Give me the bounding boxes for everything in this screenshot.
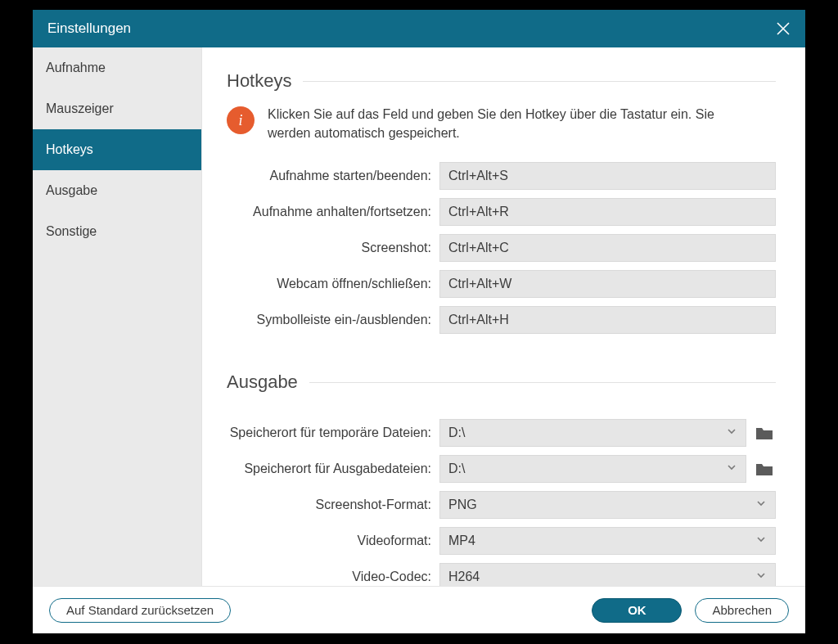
output-path-select[interactable]: D:\ — [439, 455, 746, 483]
section-title: Hotkeys — [227, 70, 291, 92]
output-row: Video-Codec: H264 — [227, 563, 776, 586]
section-title: Ausgabe — [227, 372, 298, 393]
hotkey-row: Aufnahme anhalten/fortsetzen: Ctrl+Alt+R — [227, 198, 776, 226]
hotkey-input-screenshot[interactable]: Ctrl+Alt+C — [439, 234, 776, 262]
hotkeys-tip: i Klicken Sie auf das Feld und geben Sie… — [227, 105, 776, 142]
video-codec-select[interactable]: H264 — [439, 563, 776, 586]
hotkey-row-label: Webcam öffnen/schließen: — [227, 277, 439, 291]
sidebar-item-label: Hotkeys — [46, 142, 93, 157]
output-row: Speicherort für temporäre Dateien: D:\ — [227, 419, 776, 447]
sidebar-item-sonstige[interactable]: Sonstige — [33, 211, 201, 252]
sidebar-item-label: Mauszeiger — [46, 101, 114, 116]
titlebar: Einstellungen — [33, 10, 805, 47]
hotkey-input-pause-resume[interactable]: Ctrl+Alt+R — [439, 198, 776, 226]
output-row: Videoformat: MP4 — [227, 527, 776, 555]
video-format-select[interactable]: MP4 — [439, 527, 776, 555]
sidebar-item-ausgabe[interactable]: Ausgabe — [33, 170, 201, 211]
sidebar-item-hotkeys[interactable]: Hotkeys — [33, 129, 201, 170]
cancel-button[interactable]: Abbrechen — [695, 598, 789, 623]
chevron-down-icon — [755, 570, 767, 584]
sidebar-item-label: Aufnahme — [46, 61, 106, 75]
output-row-label: Screenshot-Format: — [227, 498, 439, 512]
main-panel: Hotkeys i Klicken Sie auf das Feld und g… — [202, 47, 805, 586]
hotkeys-tip-text: Klicken Sie auf das Feld und geben Sie d… — [268, 105, 726, 142]
hotkey-input-toolbar[interactable]: Ctrl+Alt+H — [439, 306, 776, 334]
browse-folder-icon[interactable] — [753, 421, 776, 444]
dialog-body: Aufnahme Mauszeiger Hotkeys Ausgabe Sons… — [33, 47, 805, 586]
section-header-hotkeys: Hotkeys — [227, 70, 776, 92]
output-row-label: Video-Codec: — [227, 570, 439, 584]
hotkey-row-label: Screenshot: — [227, 241, 439, 255]
hotkey-row: Symbolleiste ein-/ausblenden: Ctrl+Alt+H — [227, 306, 776, 334]
chevron-down-icon — [726, 426, 737, 440]
browse-folder-icon[interactable] — [753, 457, 776, 480]
hotkey-row-label: Symbolleiste ein-/ausblenden: — [227, 313, 439, 327]
sidebar-item-mauszeiger[interactable]: Mauszeiger — [33, 88, 201, 129]
hotkey-row-label: Aufnahme starten/beenden: — [227, 169, 439, 183]
chevron-down-icon — [755, 498, 767, 512]
output-row-label: Speicherort für temporäre Dateien: — [227, 426, 439, 440]
info-icon: i — [227, 106, 255, 134]
main-scroll[interactable]: Hotkeys i Klicken Sie auf das Feld und g… — [202, 47, 805, 586]
dialog-footer: Auf Standard zurücksetzen OK Abbrechen — [33, 586, 805, 633]
sidebar: Aufnahme Mauszeiger Hotkeys Ausgabe Sons… — [33, 47, 202, 586]
divider — [303, 81, 776, 82]
chevron-down-icon — [726, 462, 737, 476]
hotkey-input-start-stop[interactable]: Ctrl+Alt+S — [439, 162, 776, 190]
sidebar-item-label: Sonstige — [46, 224, 97, 239]
hotkey-row: Screenshot: Ctrl+Alt+C — [227, 234, 776, 262]
ok-button[interactable]: OK — [592, 598, 682, 623]
reset-defaults-button[interactable]: Auf Standard zurücksetzen — [49, 598, 231, 623]
window-title: Einstellungen — [47, 20, 131, 37]
chevron-down-icon — [755, 534, 767, 548]
sidebar-item-label: Ausgabe — [46, 183, 97, 198]
output-row-label: Videoformat: — [227, 534, 439, 548]
settings-dialog: Einstellungen Aufnahme Mauszeiger Hotkey… — [33, 10, 805, 633]
section-header-output: Ausgabe — [227, 372, 776, 393]
hotkey-row-label: Aufnahme anhalten/fortsetzen: — [227, 205, 439, 219]
close-icon[interactable] — [776, 21, 791, 36]
hotkey-row: Aufnahme starten/beenden: Ctrl+Alt+S — [227, 162, 776, 190]
hotkey-input-webcam[interactable]: Ctrl+Alt+W — [439, 270, 776, 298]
output-row: Speicherort für Ausgabedateien: D:\ — [227, 455, 776, 483]
output-row: Screenshot-Format: PNG — [227, 491, 776, 519]
temp-path-select[interactable]: D:\ — [439, 419, 746, 447]
sidebar-item-aufnahme[interactable]: Aufnahme — [33, 47, 201, 88]
screenshot-format-select[interactable]: PNG — [439, 491, 776, 519]
divider — [309, 382, 776, 383]
output-row-label: Speicherort für Ausgabedateien: — [227, 462, 439, 476]
hotkey-row: Webcam öffnen/schließen: Ctrl+Alt+W — [227, 270, 776, 298]
